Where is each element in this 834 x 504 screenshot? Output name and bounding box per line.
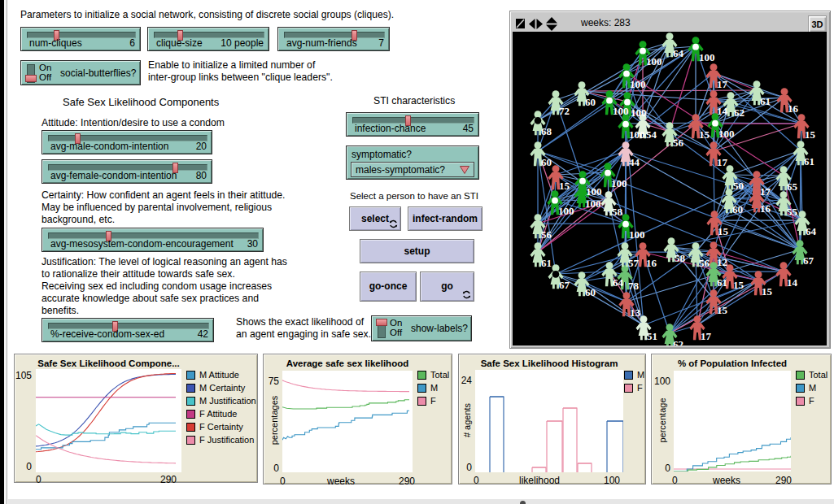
svg-text:64: 64: [613, 276, 624, 289]
svg-text:100: 100: [646, 55, 662, 67]
svg-text:15: 15: [699, 128, 710, 141]
svg-text:50: 50: [733, 180, 744, 192]
svg-text:15: 15: [733, 279, 744, 291]
svg-text:65: 65: [787, 180, 798, 193]
svg-text:17: 17: [760, 185, 771, 198]
svg-text:100: 100: [585, 198, 601, 210]
svg-text:16: 16: [646, 257, 657, 269]
svg-text:58: 58: [675, 252, 686, 264]
svg-text:100: 100: [558, 205, 574, 217]
svg-text:100: 100: [613, 105, 629, 117]
svg-text:100: 100: [611, 177, 627, 189]
svg-text:100: 100: [629, 228, 645, 241]
svg-text:100: 100: [629, 128, 645, 141]
svg-text:56: 56: [699, 257, 710, 269]
svg-text:78: 78: [628, 280, 640, 292]
svg-text:60: 60: [585, 96, 596, 108]
svg-text:55: 55: [787, 206, 798, 218]
svg-text:15: 15: [717, 304, 728, 316]
svg-text:17: 17: [717, 78, 728, 90]
svg-text:13: 13: [630, 306, 641, 319]
svg-text:60: 60: [732, 203, 743, 215]
svg-text:100: 100: [586, 185, 602, 198]
svg-text:61: 61: [541, 257, 552, 269]
svg-text:100: 100: [630, 78, 646, 90]
svg-text:12: 12: [717, 256, 727, 268]
svg-text:15: 15: [762, 285, 773, 298]
svg-text:60: 60: [585, 286, 596, 298]
svg-text:15: 15: [718, 225, 729, 237]
svg-text:44: 44: [629, 156, 640, 168]
svg-text:62: 62: [673, 338, 683, 346]
svg-text:54: 54: [646, 128, 657, 141]
svg-text:57: 57: [628, 257, 640, 269]
svg-text:15: 15: [805, 128, 816, 141]
svg-text:61: 61: [717, 276, 727, 289]
svg-text:56: 56: [673, 137, 684, 149]
svg-text:67: 67: [803, 254, 814, 267]
svg-text:16: 16: [788, 102, 799, 115]
svg-text:16: 16: [760, 202, 771, 215]
svg-text:64: 64: [673, 47, 684, 59]
svg-text:61: 61: [760, 95, 771, 107]
svg-text:61: 61: [804, 155, 814, 167]
svg-text:15: 15: [559, 180, 570, 192]
svg-text:17: 17: [701, 330, 712, 342]
svg-text:60: 60: [541, 156, 552, 168]
svg-text:100: 100: [718, 128, 735, 140]
svg-text:14: 14: [787, 276, 798, 289]
svg-text:100: 100: [631, 106, 647, 119]
svg-text:56: 56: [541, 228, 552, 241]
svg-text:68: 68: [541, 125, 552, 137]
svg-text:100: 100: [699, 51, 715, 63]
svg-text:64: 64: [806, 225, 817, 237]
svg-text:14: 14: [717, 105, 728, 117]
svg-text:58: 58: [612, 206, 623, 218]
svg-text:17: 17: [717, 156, 728, 168]
svg-text:62: 62: [734, 106, 744, 119]
svg-text:67: 67: [559, 279, 570, 291]
svg-text:51: 51: [647, 330, 657, 342]
svg-text:72: 72: [559, 105, 570, 117]
